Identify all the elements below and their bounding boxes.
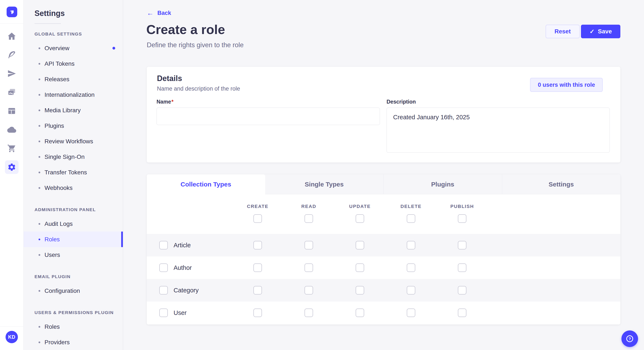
bullet-icon — [38, 326, 40, 328]
row-category-checkbox[interactable] — [159, 286, 168, 295]
tab-collection-types[interactable]: Collection Types — [147, 174, 265, 194]
bullet-icon — [38, 63, 40, 65]
sidebar-item-roles[interactable]: Roles — [24, 232, 123, 247]
bullet-icon — [38, 110, 40, 111]
home-icon[interactable] — [5, 29, 18, 43]
sidebar-item-label: Internationalization — [44, 91, 94, 98]
row-article-checkbox[interactable] — [159, 241, 168, 249]
sidebar-item-webhooks[interactable]: Webhooks — [24, 180, 123, 196]
bullet-icon — [38, 290, 40, 292]
author-update-checkbox[interactable] — [356, 263, 364, 272]
required-asterisk: * — [172, 99, 174, 105]
sidebar-item-label: Single Sign-On — [44, 154, 84, 160]
row-author-checkbox[interactable] — [159, 263, 168, 272]
sidebar-item-review-workflows[interactable]: Review Workflows — [24, 134, 123, 149]
sidebar-item-label: Users — [44, 252, 60, 258]
perm-cell — [283, 302, 334, 324]
sidebar-item-single-sign-on[interactable]: Single Sign-On — [24, 149, 123, 165]
perm-column-delete: DELETE — [386, 194, 436, 234]
cloud-icon[interactable] — [5, 123, 18, 137]
paper-plane-icon[interactable] — [5, 67, 18, 80]
sidebar-item-label: Review Workflows — [44, 138, 93, 145]
perm-cell — [386, 279, 436, 302]
sidebar-item-api-tokens[interactable]: API Tokens — [24, 56, 123, 71]
sidebar-item-label: Plugins — [44, 123, 64, 129]
sidebar-item-internationalization[interactable]: Internationalization — [24, 87, 123, 103]
user-update-checkbox[interactable] — [356, 309, 364, 317]
sidebar-item-label: Media Library — [44, 107, 81, 114]
perm-cell — [386, 302, 436, 324]
article-delete-checkbox[interactable] — [407, 241, 415, 249]
sidebar-item-transfer-tokens[interactable]: Transfer Tokens — [24, 165, 123, 180]
perm-row-head[interactable]: Article — [147, 234, 232, 256]
main-content: ← Back Create a role Define the rights g… — [123, 0, 644, 350]
perm-row-head[interactable]: Category — [147, 279, 232, 302]
tab-plugins[interactable]: Plugins — [383, 174, 502, 194]
select-all-update-checkbox[interactable] — [356, 214, 364, 223]
author-read-checkbox[interactable] — [304, 263, 313, 272]
sidebar-item-releases[interactable]: Releases — [24, 71, 123, 87]
article-create-checkbox[interactable] — [254, 241, 262, 249]
back-link[interactable]: ← Back — [147, 10, 171, 16]
media-icon[interactable] — [5, 85, 18, 99]
cart-icon[interactable] — [5, 142, 18, 155]
sidebar-item-media-library[interactable]: Media Library — [24, 103, 123, 118]
sidebar-item-configuration[interactable]: Configuration — [24, 283, 123, 299]
tab-settings[interactable]: Settings — [502, 174, 620, 194]
author-delete-checkbox[interactable] — [407, 263, 415, 272]
users-with-role-button[interactable]: 0 users with this role — [530, 78, 603, 92]
back-arrow-icon: ← — [147, 10, 154, 16]
perm-header-spacer — [147, 194, 232, 234]
category-create-checkbox[interactable] — [254, 286, 262, 295]
author-publish-checkbox[interactable] — [458, 263, 466, 272]
user-read-checkbox[interactable] — [304, 309, 313, 317]
description-field-label: Description — [386, 99, 416, 105]
author-create-checkbox[interactable] — [254, 263, 262, 272]
perm-row-head[interactable]: Author — [147, 256, 232, 279]
select-all-publish-checkbox[interactable] — [458, 214, 466, 223]
perm-cell — [232, 256, 283, 279]
sidebar-item-audit-logs[interactable]: Audit Logs — [24, 216, 123, 232]
strapi-logo[interactable] — [6, 6, 17, 17]
sidebar-section-label: USERS & PERMISSIONS PLUGIN — [24, 306, 123, 319]
perm-row-head[interactable]: User — [147, 302, 232, 324]
perm-row-article: Article — [147, 234, 620, 256]
category-publish-checkbox[interactable] — [458, 286, 466, 295]
sidebar-item-roles[interactable]: Roles — [24, 319, 123, 335]
category-update-checkbox[interactable] — [356, 286, 364, 295]
article-read-checkbox[interactable] — [304, 241, 313, 249]
select-all-read-checkbox[interactable] — [304, 214, 313, 223]
perm-column-create: CREATE — [232, 194, 283, 234]
select-all-create-checkbox[interactable] — [254, 214, 262, 223]
avatar[interactable]: KD — [6, 331, 18, 343]
sidebar-item-users[interactable]: Users — [24, 247, 123, 263]
tab-single-types[interactable]: Single Types — [265, 174, 384, 194]
reset-button[interactable]: Reset — [546, 25, 580, 38]
category-read-checkbox[interactable] — [304, 286, 313, 295]
user-publish-checkbox[interactable] — [458, 309, 466, 317]
article-update-checkbox[interactable] — [356, 241, 364, 249]
save-button[interactable]: ✓ Save — [581, 25, 620, 38]
perm-cell — [283, 234, 334, 256]
layout-icon[interactable] — [5, 104, 18, 118]
permissions-card: Collection TypesSingle TypesPluginsSetti… — [147, 174, 620, 325]
sidebar-item-overview[interactable]: Overview — [24, 40, 123, 56]
feather-icon[interactable] — [5, 48, 18, 62]
sidebar-item-label: Transfer Tokens — [44, 169, 87, 176]
perm-column-update: UPDATE — [334, 194, 386, 234]
help-button[interactable]: ? — [622, 331, 638, 347]
row-user-checkbox[interactable] — [159, 309, 168, 317]
article-publish-checkbox[interactable] — [458, 241, 466, 249]
sidebar-item-providers[interactable]: Providers — [24, 335, 123, 350]
gear-icon[interactable] — [5, 160, 18, 174]
perm-cell — [232, 302, 283, 324]
user-create-checkbox[interactable] — [254, 309, 262, 317]
select-all-delete-checkbox[interactable] — [407, 214, 415, 223]
perm-column-read: READ — [283, 194, 334, 234]
user-delete-checkbox[interactable] — [407, 309, 415, 317]
perm-cell — [334, 256, 386, 279]
name-input[interactable] — [156, 108, 380, 125]
category-delete-checkbox[interactable] — [407, 286, 415, 295]
sidebar-item-plugins[interactable]: Plugins — [24, 118, 123, 134]
description-textarea[interactable]: Created January 16th, 2025 — [386, 108, 610, 153]
